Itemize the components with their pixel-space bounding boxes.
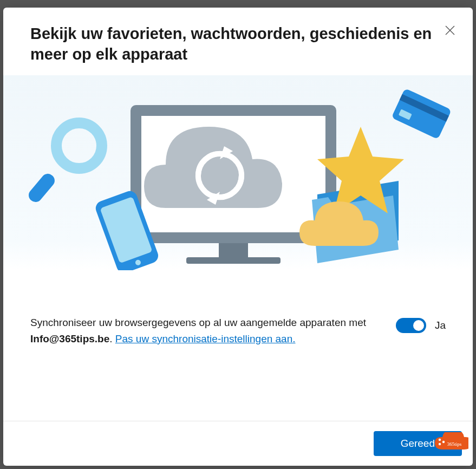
- toggle-knob: [413, 320, 424, 331]
- sync-settings-link[interactable]: Pas uw synchronisatie-instellingen aan.: [115, 333, 296, 344]
- modal-title: Bekijk uw favorieten, wachtwoorden, gesc…: [30, 24, 442, 64]
- svg-rect-9: [26, 171, 57, 205]
- sync-modal: Bekijk uw favorieten, wachtwoorden, gesc…: [3, 8, 473, 466]
- svg-rect-5: [186, 257, 281, 264]
- sync-text-mid: .: [109, 333, 115, 344]
- sync-toggle-wrap: Ja: [396, 315, 446, 333]
- sync-description: Synchroniseer uw browsergegevens op al u…: [30, 315, 374, 347]
- sync-text-prefix: Synchroniseer uw browsergegevens op al u…: [30, 317, 366, 328]
- close-icon: [445, 25, 455, 36]
- sync-toggle[interactable]: [396, 318, 426, 333]
- sync-illustration: [3, 75, 473, 270]
- svg-rect-4: [219, 243, 248, 257]
- done-button[interactable]: Gereed: [374, 431, 462, 456]
- close-button[interactable]: [445, 25, 455, 36]
- sync-row: Synchroniseer uw browsergegevens op al u…: [3, 270, 473, 357]
- modal-header: Bekijk uw favorieten, wachtwoorden, gesc…: [3, 8, 473, 75]
- svg-point-8: [56, 123, 102, 168]
- modal-footer: Gereed: [3, 421, 473, 466]
- sync-toggle-label: Ja: [435, 320, 446, 331]
- sync-account: Info@365tips.be: [30, 333, 109, 344]
